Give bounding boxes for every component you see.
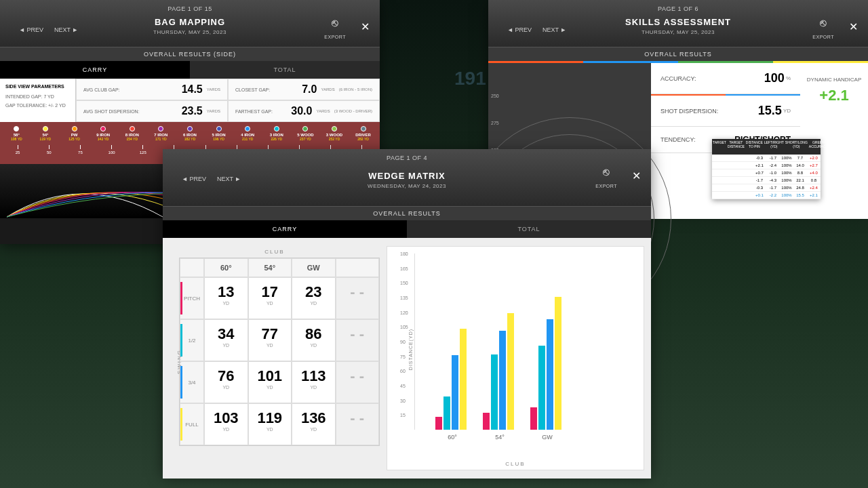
club-chip[interactable]: PW125 YD <box>60 126 88 141</box>
wedge-cell: 13YD <box>204 277 248 319</box>
export-icon: ⎋ <box>812 17 834 29</box>
skills-detail-table: TARGETTARGET DISTANCEDISTANCE TO PINLEFT… <box>712 139 821 199</box>
club-chip[interactable]: 54°119 YD <box>32 126 60 141</box>
stat-closest-gap: CLOSEST GAP:7.0YARDS(6 IRON - 5 IRON) <box>228 79 380 100</box>
export-icon: ⎋ <box>595 166 617 178</box>
table-row: +0.1-2.2100%15.5+2.1 <box>712 192 821 199</box>
axis-label-club: CLUB <box>170 246 380 258</box>
wedge-cell: 103YD <box>204 403 248 445</box>
page-indicator: PAGE 1 OF 6 <box>658 5 698 12</box>
panel-date: THURSDAY, MAY 25, 2023 <box>153 29 226 35</box>
wedge-bar-chart: DISTANCE(YD) 180165150135120105907560453… <box>387 246 644 470</box>
wedge-data-grid: 60°54°GWPITCH13YD17YD23YD- -1/234YD77YD8… <box>179 258 380 446</box>
club-chip[interactable]: 58°108 YD <box>3 126 31 141</box>
section-header: OVERALL RESULTS <box>163 207 651 220</box>
tab-carry[interactable]: CARRY <box>0 61 190 79</box>
wedge-cell: 101YD <box>248 361 292 403</box>
table-row: -0.3-1.7100%24.8+2.4 <box>712 184 821 192</box>
wedge-cell: 136YD <box>292 403 336 445</box>
prev-button[interactable]: ◄ PREV <box>502 24 537 36</box>
wedge-matrix-panel: PAGE 1 OF 4 ◄ PREV NEXT ► WEDGE MATRIX W… <box>163 149 651 474</box>
section-header: OVERALL RESULTS (SIDE) <box>0 47 380 61</box>
metric-dispersion: SHOT DISPERSION:15.5YD <box>651 96 800 127</box>
wedge-cell: 23YD <box>292 277 336 319</box>
close-button[interactable]: ✕ <box>361 20 370 33</box>
panel-title: WEDGE MATRIX <box>368 171 446 181</box>
bg-number: 191 <box>454 68 486 89</box>
tab-carry[interactable]: CARRY <box>163 220 407 238</box>
club-chip[interactable]: 8 IRON154 YD <box>118 126 146 141</box>
prev-button[interactable]: ◄ PREV <box>14 24 49 36</box>
table-row: +2.1-2.4100%14.0+2.7 <box>712 162 821 169</box>
wedge-cell: 76YD <box>204 361 248 403</box>
club-chip[interactable]: 6 IRON182 YD <box>176 126 204 141</box>
club-chip[interactable]: 5 IRON196 YD <box>205 126 233 141</box>
club-chip[interactable]: 3 IRON226 YD <box>262 126 290 141</box>
club-chip[interactable]: 7 IRON171 YD <box>147 126 175 141</box>
stat-avg-club-gap: AVG CLUB GAP:14.5YARDS <box>76 79 228 100</box>
export-button[interactable]: ⎋ EXPORT <box>812 17 834 41</box>
club-chip[interactable]: 3 WOOD252 YD <box>321 126 349 141</box>
section-header: OVERALL RESULTS <box>488 47 868 61</box>
panel-date: WEDNESDAY, MAY 24, 2023 <box>368 183 446 189</box>
table-row: -0.3-1.7100%7.7+2.0 <box>712 155 821 162</box>
club-chip[interactable]: 9 IRON142 YD <box>90 126 117 141</box>
close-button[interactable]: ✕ <box>632 169 641 182</box>
club-chip[interactable]: DRIVER282 YD <box>349 126 377 141</box>
panel-title: SKILLS ASSESSMENT <box>625 17 731 27</box>
panel-title: BAG MAPPING <box>153 17 226 27</box>
table-row: -1.7-4.3100%22.10.8 <box>712 177 821 184</box>
page-indicator: PAGE 1 OF 4 <box>387 155 427 161</box>
wedge-cell: 86YD <box>292 319 336 361</box>
metric-accuracy: ACCURACY:100% <box>651 63 800 94</box>
prev-button[interactable]: ◄ PREV <box>176 173 212 185</box>
wedge-cell: 77YD <box>248 319 292 361</box>
export-button[interactable]: ⎋ EXPORT <box>324 17 346 41</box>
wedge-cell: 119YD <box>248 403 292 445</box>
wedge-cell: 17YD <box>248 277 292 319</box>
page-indicator: PAGE 1 OF 15 <box>167 5 212 12</box>
next-button[interactable]: NEXT ► <box>212 173 246 185</box>
stat-avg-dispersion: AVG SHOT DISPERSION:23.5YARDS <box>76 100 228 122</box>
tab-total[interactable]: TOTAL <box>190 61 380 79</box>
wedge-cell: 113YD <box>292 361 336 403</box>
side-view-parameters: SIDE VIEW PARAMETERS INTENDED GAP: 7 YD … <box>0 79 76 122</box>
close-button[interactable]: ✕ <box>849 20 858 33</box>
clubs-row: 58°108 YD54°119 YDPW125 YD9 IRON142 YD8 … <box>0 122 380 142</box>
export-icon: ⎋ <box>324 17 346 29</box>
stat-farthest-gap: FARTHEST GAP:30.0YARDS(3 WOOD - DRIVER) <box>228 100 380 122</box>
next-button[interactable]: NEXT ► <box>49 24 83 36</box>
tab-total[interactable]: TOTAL <box>407 220 651 238</box>
next-button[interactable]: NEXT ► <box>537 24 572 36</box>
club-chip[interactable]: 5 WOOD237 YD <box>292 126 319 141</box>
table-row: +0.7-1.0100%8.8+4.0 <box>712 169 821 177</box>
wedge-cell: 34YD <box>204 319 248 361</box>
club-chip[interactable]: 4 IRON211 YD <box>234 126 262 141</box>
export-button[interactable]: ⎋ EXPORT <box>595 166 617 190</box>
panel-date: THURSDAY, MAY 25, 2023 <box>625 29 731 35</box>
